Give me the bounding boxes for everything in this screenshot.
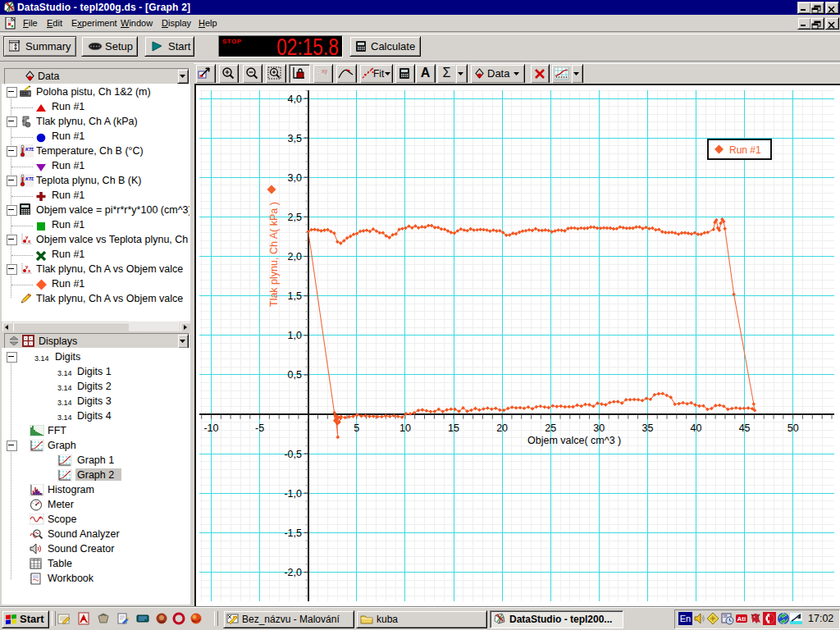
svg-text:50: 50 [788, 422, 799, 434]
svg-text:2,0: 2,0 [288, 251, 302, 262]
svg-text:-0,5: -0,5 [284, 449, 302, 460]
svg-text:5: 5 [354, 422, 359, 434]
svg-text:3.14: 3.14 [57, 413, 72, 422]
svg-text:x: x [28, 268, 31, 273]
svg-text:Tlak plynu, Ch A( kPa ): Tlak plynu, Ch A( kPa ) [268, 202, 280, 307]
svg-text:0,5: 0,5 [288, 369, 302, 381]
svg-text:3.14: 3.14 [57, 399, 72, 407]
svg-text:10: 10 [399, 422, 411, 434]
svg-text:-1,0: -1,0 [284, 488, 302, 500]
svg-text:3,5: 3,5 [288, 133, 302, 144]
svg-text:x: x [28, 239, 31, 244]
svg-text:Objem valce( cm^3 ): Objem valce( cm^3 ) [527, 435, 621, 446]
svg-text:2,5: 2,5 [288, 212, 302, 223]
svg-text:3.14: 3.14 [57, 369, 72, 377]
svg-text:KTD: KTD [25, 176, 34, 181]
svg-text:3.14: 3.14 [57, 384, 72, 392]
svg-text:15: 15 [448, 422, 459, 434]
svg-text:-5: -5 [255, 422, 264, 434]
svg-text:35: 35 [641, 422, 653, 434]
svg-text:45: 45 [739, 422, 751, 434]
svg-text:40: 40 [691, 422, 702, 434]
svg-text:20: 20 [496, 422, 508, 434]
svg-text:xy: xy [322, 68, 328, 75]
svg-text:1,0: 1,0 [288, 330, 302, 341]
svg-text:Ati: Ati [737, 615, 746, 623]
svg-text:30: 30 [593, 422, 605, 434]
svg-text:3.14: 3.14 [34, 354, 49, 363]
svg-text:3,0: 3,0 [288, 172, 302, 184]
svg-text:38: 38 [723, 614, 728, 619]
svg-text:-2,0: -2,0 [284, 567, 302, 578]
svg-text:Run #1: Run #1 [729, 144, 761, 156]
svg-text:25: 25 [545, 422, 556, 434]
svg-text:-10: -10 [203, 422, 218, 434]
svg-text:1,5: 1,5 [288, 290, 302, 302]
svg-text:4,0: 4,0 [288, 94, 302, 105]
svg-text:KTD: KTD [25, 147, 34, 152]
svg-text:-1,5: -1,5 [284, 527, 302, 539]
